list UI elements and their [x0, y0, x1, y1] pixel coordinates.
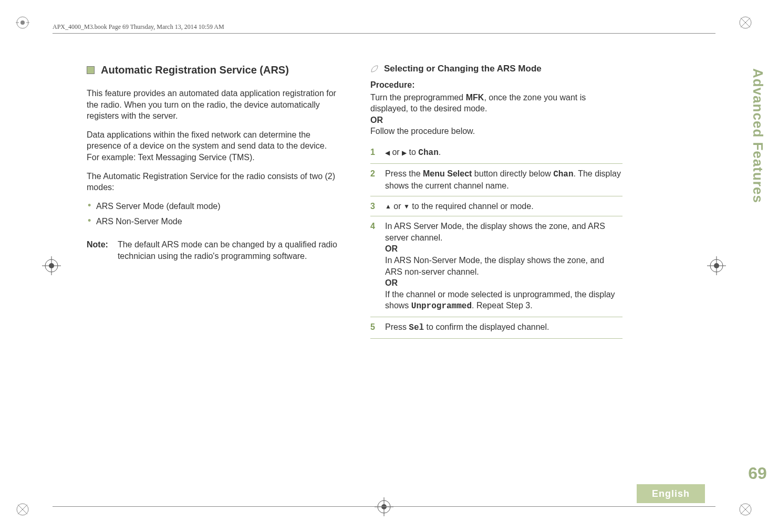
subsection-title-text: Selecting or Changing the ARS Mode — [384, 63, 542, 75]
language-badge: English — [637, 484, 705, 503]
crop-mark-icon — [739, 16, 752, 29]
step-row: 4 In ARS Server Mode, the display shows … — [370, 216, 622, 317]
right-arrow-icon: ▶ — [402, 149, 407, 157]
step-body: Press the Menu Select button directly be… — [385, 168, 622, 192]
step-row: 2 Press the Menu Select button directly … — [370, 164, 622, 196]
leaf-icon — [370, 65, 379, 73]
crop-mark-icon — [16, 503, 29, 516]
procedure-intro-alt: Follow the procedure below. — [370, 126, 622, 137]
section-title-text: Automatic Registration Service (ARS) — [101, 63, 289, 77]
header-rule — [53, 33, 715, 34]
step-row: 5 Press Sel to confirm the displayed cha… — [370, 317, 622, 339]
running-header: APX_4000_M3.book Page 69 Thursday, March… — [53, 23, 224, 31]
subsection-heading: Selecting or Changing the ARS Mode — [370, 63, 622, 75]
step-body: In ARS Server Mode, the display shows th… — [385, 221, 622, 312]
registration-icon — [42, 256, 61, 275]
left-column: Automatic Registration Service (ARS) Thi… — [87, 63, 339, 339]
step-number: 3 — [370, 201, 378, 212]
step-number: 1 — [370, 147, 378, 159]
step-row: 1 ◀ or ▶ to Chan. — [370, 142, 622, 164]
list-item: ARS Server Mode (default mode) — [87, 201, 339, 216]
paragraph: The Automatic Registration Service for t… — [87, 171, 339, 193]
down-arrow-icon: ▼ — [403, 202, 410, 211]
section-heading: Automatic Registration Service (ARS) — [87, 63, 339, 77]
step-body: ◀ or ▶ to Chan. — [385, 147, 622, 159]
step-body: Press Sel to confirm the displayed chann… — [385, 321, 622, 334]
crop-mark-icon — [16, 16, 29, 29]
right-column: Selecting or Changing the ARS Mode Proce… — [370, 63, 622, 339]
svg-point-1 — [20, 20, 25, 25]
step-number: 2 — [370, 168, 378, 192]
paragraph: Data applications within the fixed netwo… — [87, 129, 339, 163]
registration-icon — [375, 497, 393, 516]
procedure-label: Procedure: — [370, 79, 622, 91]
registration-icon — [707, 256, 726, 275]
step-number: 5 — [370, 321, 378, 334]
page-number: 69 — [748, 464, 767, 483]
mode-list: ARS Server Mode (default mode) ARS Non-S… — [87, 201, 339, 232]
footer-rule — [53, 506, 715, 507]
side-tab-label: Advanced Features — [750, 68, 766, 203]
paragraph: This feature provides an automated data … — [87, 88, 339, 122]
section-bullet-icon — [87, 66, 95, 74]
left-arrow-icon: ◀ — [385, 149, 390, 157]
page-content: Automatic Registration Service (ARS) Thi… — [87, 63, 622, 339]
or-separator: OR — [370, 114, 622, 126]
step-row: 3 ▲ or ▼ to the required channel or mode… — [370, 196, 622, 217]
step-body: ▲ or ▼ to the required channel or mode. — [385, 201, 622, 212]
procedure-intro: Turn the preprogrammed MFK, once the zon… — [370, 92, 622, 114]
note-label: Note: — [87, 239, 108, 262]
note-block: Note: The default ARS mode can be change… — [87, 239, 339, 262]
note-text: The default ARS mode can be changed by a… — [118, 239, 339, 262]
mfk-key: MFK — [466, 93, 484, 102]
chan-label: Chan — [418, 148, 438, 158]
crop-mark-icon — [739, 503, 752, 516]
step-number: 4 — [370, 221, 378, 312]
list-item: ARS Non-Server Mode — [87, 216, 339, 232]
up-arrow-icon: ▲ — [385, 202, 391, 211]
side-tab: Advanced Features 69 — [747, 63, 768, 483]
procedure-steps: 1 ◀ or ▶ to Chan. 2 Press the Menu Selec… — [370, 142, 622, 339]
